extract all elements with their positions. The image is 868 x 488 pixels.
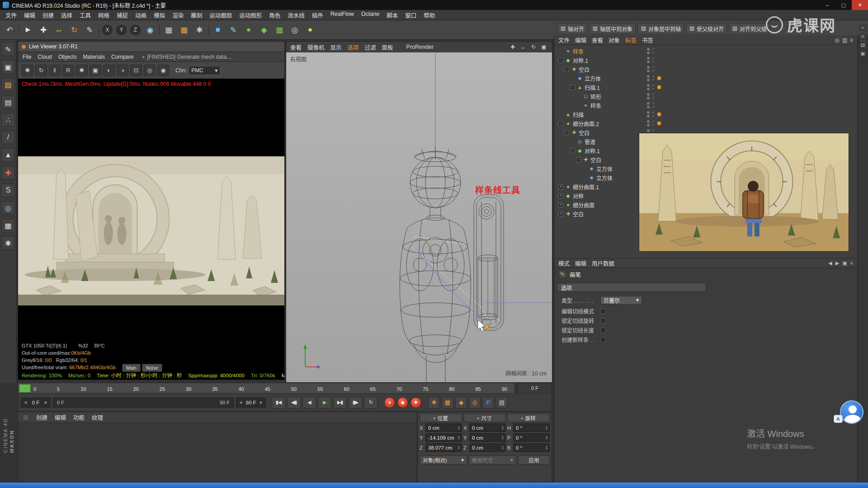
coordinate-mode-select[interactable]: 对象(相对) ▾	[420, 455, 467, 465]
buffer-tab[interactable]: Main	[122, 364, 141, 372]
modeling-settings-icon[interactable]: ✱	[1, 236, 15, 250]
object-manager-menu-item[interactable]: 对象	[609, 36, 620, 44]
assistant-badge[interactable]: A	[834, 415, 843, 423]
record-pla-icon[interactable]: P	[482, 397, 494, 408]
enable-axis-icon[interactable]: ✚	[1, 166, 15, 179]
timeline-ruler[interactable]: 051015202530354045505560657075808590	[18, 383, 515, 394]
expand-toggle-icon[interactable]: -	[558, 58, 563, 63]
object-tree-row[interactable]: - 扫描.1 ✓✓	[554, 83, 857, 92]
material-menu-item[interactable]: 功能	[73, 413, 85, 422]
frame-range-slider[interactable]: 0 F 90 F	[53, 398, 234, 408]
content-browser-icon[interactable]: ▣	[859, 51, 867, 56]
filter-icon[interactable]: ▥	[842, 37, 847, 43]
object-manager-menu-item[interactable]: 查看	[592, 36, 603, 44]
render-view-button[interactable]: ▦	[161, 22, 176, 38]
menu-item[interactable]: 编辑	[20, 11, 39, 19]
last-tool-icon[interactable]: ✎	[82, 22, 97, 38]
pause-render-icon[interactable]: ‖	[49, 65, 61, 76]
size-field[interactable]: 0 cm▲▼	[469, 443, 506, 452]
palette-expand-icon[interactable]: +	[859, 25, 867, 31]
expand-toggle-icon[interactable]: +	[558, 184, 563, 189]
coordinates-group-header[interactable]: 尺寸	[463, 413, 506, 422]
enabled-checks[interactable]: ✓✓	[652, 75, 655, 82]
object-manager-menu-item[interactable]: 文件	[558, 36, 570, 44]
attribute-menu-item[interactable]: 用户数据	[592, 259, 614, 267]
object-tree-row[interactable]: 样条 ✓✓	[554, 101, 857, 110]
pen-spline-button[interactable]: ✎	[226, 22, 241, 38]
position-field[interactable]: 38.077 cm▲▼	[425, 443, 462, 452]
current-frame-field[interactable]: ◀0 F▶	[21, 398, 51, 408]
menu-item[interactable]: 运动跟踪	[206, 11, 236, 19]
menu-item[interactable]: 选择	[57, 11, 76, 19]
object-center-to-axis-button[interactable]: 对象居中到轴	[637, 23, 684, 34]
keyframe-options-button[interactable]: ✚	[410, 397, 421, 408]
next-frame-button[interactable]: ▶▮	[333, 397, 347, 408]
expand-toggle-icon[interactable]: -	[564, 130, 569, 135]
visibility-dots[interactable]	[647, 66, 650, 72]
object-tree-row[interactable]: - 对称.1 ✓✓	[554, 56, 857, 65]
enabled-checks[interactable]: ✓✓	[652, 56, 655, 64]
prev-key-button[interactable]: ◀▮	[287, 397, 301, 408]
menu-item[interactable]: 渲染	[169, 11, 187, 19]
focus-picker-icon[interactable]: ◎	[144, 65, 156, 76]
expand-toggle-icon[interactable]: +	[558, 193, 563, 198]
axis-align-button[interactable]: 轴对齐	[557, 23, 587, 34]
layer-browser-icon[interactable]: ▤	[859, 42, 867, 48]
menu-item[interactable]: 网格	[94, 11, 113, 19]
material-tag-icon[interactable]	[657, 122, 661, 125]
expand-toggle-icon[interactable]: -	[576, 157, 581, 162]
rotation-field[interactable]: 0 °▲▼	[513, 433, 550, 442]
palette-menu-icon[interactable]: ≡	[859, 33, 867, 39]
live-selection-icon[interactable]: ►	[20, 22, 36, 38]
viewport-menu-item[interactable]: 选项	[348, 43, 359, 52]
enabled-checks[interactable]: ✓✓	[652, 120, 655, 127]
menu-item[interactable]: RealFlow	[327, 11, 358, 19]
record-parameter-icon[interactable]: ◎	[469, 397, 481, 408]
toggle-view-icon[interactable]: ▣	[540, 43, 548, 51]
live-viewer-menu-item[interactable]: Cloud	[38, 54, 52, 60]
move-icon[interactable]: ✚	[36, 22, 51, 38]
region-render-icon[interactable]: ⊡	[130, 65, 142, 76]
model-mode-icon[interactable]: ▣	[1, 60, 15, 74]
lock-resolution-icon[interactable]: ▣	[90, 65, 101, 76]
menu-item[interactable]: 窗口	[401, 11, 420, 19]
render-mode-icon[interactable]: ◐	[103, 65, 115, 76]
undo-icon[interactable]: ↶	[2, 22, 17, 38]
attribute-menu-item[interactable]: 编辑	[575, 259, 586, 267]
object-manager-menu-item[interactable]: 标签	[625, 36, 637, 44]
play-forward-button[interactable]: ▶	[318, 397, 331, 408]
enabled-checks[interactable]: ✓✓	[652, 102, 655, 109]
viewport-menu-item[interactable]: 显示	[330, 43, 342, 52]
expand-toggle-icon[interactable]: -	[570, 85, 575, 90]
material-tag-icon[interactable]	[657, 76, 661, 80]
option-checkbox[interactable]	[600, 337, 606, 343]
apply-button[interactable]: 应用	[518, 455, 550, 465]
visibility-dots[interactable]	[647, 75, 650, 81]
zoom-view-icon[interactable]: ↔	[519, 43, 527, 51]
menu-item[interactable]: 插件	[308, 11, 327, 19]
current-frame-marker[interactable]	[19, 384, 31, 393]
menu-item[interactable]: 雕刻	[187, 11, 206, 19]
viewport-menu-item[interactable]: 查看	[290, 43, 302, 52]
object-tree-row[interactable]: 立方体 ✓✓	[554, 74, 857, 83]
visibility-dots[interactable]	[647, 120, 650, 127]
add-cube-button[interactable]: ■	[210, 22, 226, 38]
align-to-parent-button[interactable]: 对齐到父级	[729, 23, 770, 34]
minimize-button[interactable]: –	[819, 0, 835, 10]
scale-icon[interactable]: ↔	[51, 22, 66, 38]
viewport-menu-item[interactable]: 过滤	[365, 43, 376, 52]
autokeying-button[interactable]: ◉	[397, 397, 408, 408]
record-active-objects-button[interactable]: ●	[384, 397, 395, 408]
size-field[interactable]: 0 cm▲▼	[469, 433, 506, 442]
position-field[interactable]: 0 cm▲▼	[425, 423, 462, 432]
coordinates-group-header[interactable]: 位置	[420, 413, 462, 422]
menu-item[interactable]: 角色	[265, 11, 284, 19]
viewport-menu-item[interactable]: 面板	[382, 43, 393, 52]
visibility-dots[interactable]	[647, 111, 650, 117]
viewport-solo-icon[interactable]: S	[1, 183, 15, 197]
live-viewer-titlebar[interactable]: Live Viewer 3.07-R1	[18, 42, 284, 52]
record-position-icon[interactable]: ✚	[428, 397, 440, 408]
octane-tools-icon[interactable]: ✱	[22, 65, 33, 76]
workplane-mode-icon[interactable]: ▤	[1, 95, 15, 109]
align-parent-button[interactable]: 使父级对齐	[686, 23, 727, 34]
